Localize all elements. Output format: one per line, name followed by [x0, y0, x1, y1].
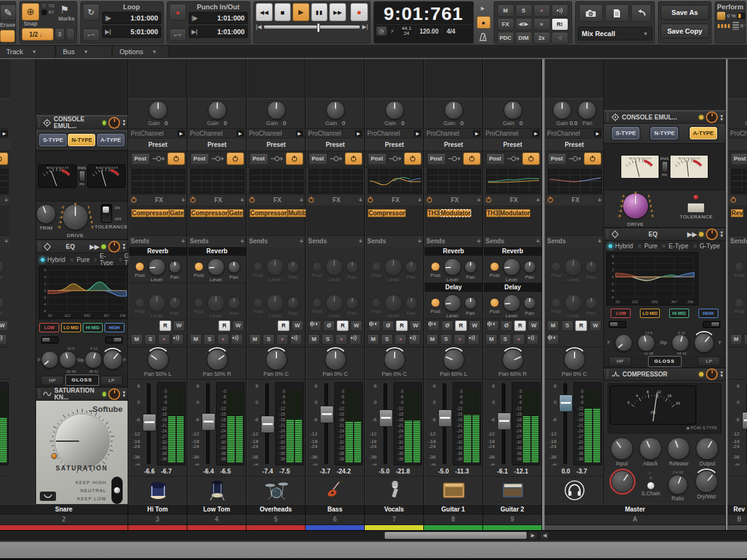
strip-vocals-phase-button[interactable]: Ø: [382, 320, 394, 331]
strip-overheads-read-automation-button[interactable]: R: [278, 320, 289, 331]
go-to-start-button[interactable]: |◀: [256, 24, 261, 30]
fx-power-icon[interactable]: [249, 197, 255, 203]
menu-bus[interactable]: Bus▼: [57, 46, 112, 57]
expand-arrow-icon[interactable]: ▶: [594, 130, 601, 137]
strip-master-send1-level-knob[interactable]: [565, 258, 582, 276]
strip-hi-tom-send2-pan-knob[interactable]: [169, 297, 181, 309]
strip-bass-read-automation-button[interactable]: R: [337, 320, 349, 331]
drag-grip[interactable]: [39, 118, 40, 127]
compressor-output-knob[interactable]: [696, 437, 718, 460]
drag-grip[interactable]: [39, 242, 41, 251]
master-eq-power-button[interactable]: [706, 228, 718, 240]
strip-hi-tom-send2-level-knob[interactable]: [148, 294, 166, 312]
strip-hi-tom-read-automation-button[interactable]: R: [159, 320, 171, 331]
strip-guitar-2-send2-post-led[interactable]: [490, 298, 499, 307]
strip-hi-tom-send2-pan[interactable]: Pan: [169, 294, 181, 316]
master-compressor-power-button[interactable]: [706, 368, 718, 380]
strip-master-send2-post[interactable]: Post: [551, 294, 561, 314]
expand-arrow-icon[interactable]: ▶: [355, 130, 362, 137]
punch-in-field[interactable]: |▶1:01:000: [189, 12, 248, 24]
strip-snare-send2-pan[interactable]: Pan: [0, 294, 4, 316]
strip-low-tom-gain-knob[interactable]: [208, 101, 227, 119]
master-console-emulator-rms-pk-switch[interactable]: RMSPK: [660, 157, 669, 177]
strip-hi-tom-send1-post-led[interactable]: [135, 262, 144, 271]
strip-bass-send1-post-led[interactable]: [312, 262, 322, 271]
strip-hi-tom-fader-handle[interactable]: [143, 414, 156, 431]
strip-hi-tom-fader-track[interactable]: [141, 381, 157, 467]
drag-grip[interactable]: [606, 113, 609, 122]
strip-low-tom-send1-pan[interactable]: Pan: [228, 258, 240, 280]
strip-hi-tom-preset-bar[interactable]: Preset: [129, 139, 187, 151]
track-name-hi-tom[interactable]: Hi Tom: [128, 504, 187, 514]
snare-console-emulator-drive-knob[interactable]: [62, 204, 88, 230]
strip-vocals-send1-post[interactable]: Post: [371, 258, 381, 278]
punch-select-button[interactable]: ⌐¬: [169, 29, 186, 41]
strip-guitar-1-m-button[interactable]: M: [426, 334, 438, 345]
strip-guitar-2-send2-level-knob[interactable]: [503, 294, 520, 312]
pause-button[interactable]: ▮▮: [311, 3, 328, 21]
strip-overheads-write-automation-button[interactable]: W: [291, 320, 303, 331]
master-eq-mode-e-type[interactable]: E-Type: [661, 243, 688, 250]
strip-hi-tom-arm-button[interactable]: ●: [158, 334, 170, 345]
strip-hi-tom-eq-thumbnail[interactable]: [129, 167, 187, 195]
drag-grip[interactable]: [606, 230, 609, 238]
compressor-release-knob[interactable]: [667, 437, 690, 460]
compressor-threshold-knob[interactable]: [611, 470, 634, 493]
record-all-button[interactable]: ●: [533, 4, 550, 17]
master-eq-mode-hybrid[interactable]: Hybrid: [608, 243, 633, 250]
snap-count-button[interactable]: 3: [55, 28, 65, 40]
master-eq-collapse-chevrons[interactable]: ▾▾: [720, 231, 723, 237]
master-eq-mode-g-type[interactable]: G-Type: [692, 243, 720, 250]
rewind-button[interactable]: ◀◀: [256, 3, 273, 21]
strip-master-interleave-button[interactable]: [547, 334, 559, 345]
strip-guitar-2-interleave-button[interactable]: [487, 320, 499, 331]
compressor-attack[interactable]: Attack: [639, 437, 662, 467]
strip-overheads-send1-post[interactable]: Post: [253, 258, 263, 278]
strip-snare-sends-add-button[interactable]: +: [4, 238, 8, 245]
r--all-button[interactable]: R!: [552, 18, 568, 30]
strip-guitar-1-fx-insert-th3[interactable]: TH3: [427, 209, 440, 217]
strip-vocals-fx-rack[interactable]: Compressor: [365, 205, 423, 236]
strip-hi-tom-send1-level-knob[interactable]: [148, 258, 166, 276]
master-eq-hp-freq-knob[interactable]: [615, 334, 632, 352]
snare-eq-mode-pure[interactable]: Pure: [69, 256, 90, 263]
strip-guitar-1-send2-post[interactable]: Post: [430, 294, 440, 314]
strip-vocals-pan-knob[interactable]: [384, 349, 405, 370]
s-all-button[interactable]: S: [515, 4, 532, 17]
strip-hi-tom-fx-rack[interactable]: CompressorGate: [129, 205, 187, 236]
strip-vocals-prochannel-bar[interactable]: ProChannel▶: [365, 129, 423, 139]
strip-vocals-send2-pan[interactable]: Pan: [405, 294, 418, 316]
snare-eq-hp-freq-knob[interactable]: [41, 351, 59, 368]
strip-guitar-2-input-routing-icon[interactable]: [507, 155, 520, 162]
solo-nav-button[interactable]: ◀S▶: [515, 18, 532, 30]
master-eq-high-slider[interactable]: [703, 321, 720, 328]
strip-guitar-2-write-automation-button[interactable]: W: [528, 320, 540, 331]
strip-rev-s-button[interactable]: S: [744, 334, 747, 345]
strip-master-read-automation-button[interactable]: R: [575, 320, 587, 331]
compressor-threshold[interactable]: [611, 470, 634, 502]
snare-eq-mode-hybrid[interactable]: Hybrid: [40, 256, 65, 263]
strip-low-tom-arm-button[interactable]: ●: [217, 334, 229, 345]
strip-overheads-send1-level[interactable]: Level: [266, 258, 284, 282]
compressor-release[interactable]: Release: [667, 437, 690, 467]
strip-bass-send2-level[interactable]: Level: [326, 294, 343, 319]
snare-console-emulator-a-type-button[interactable]: A-TYPE: [97, 134, 125, 146]
snare-eq-hp-button[interactable]: HP: [41, 376, 63, 385]
master-console-emulator-drive[interactable]: 0-1-2-3-4-512345DRIVE: [616, 193, 655, 227]
strip-hi-tom-prochannel-bar[interactable]: ProChannel▶: [129, 129, 187, 139]
strip-low-tom-send2-post-led[interactable]: [194, 298, 204, 307]
strip-overheads-post-button[interactable]: Post: [250, 153, 268, 165]
menu-track[interactable]: Track▼: [0, 46, 55, 57]
strip-master-send2-pan[interactable]: Pan: [585, 294, 598, 316]
strip-guitar-2-send2-pan[interactable]: Pan: [524, 294, 536, 316]
strip-low-tom-fader-track[interactable]: [200, 381, 216, 467]
strip-low-tom-send1-pan-knob[interactable]: [228, 261, 240, 273]
strip-guitar-1-send2-pan[interactable]: Pan: [464, 294, 477, 316]
strip-snare-send1-pan[interactable]: Pan: [0, 258, 4, 280]
strip-low-tom-send2-post[interactable]: Post: [194, 294, 204, 314]
strip-bass-fx-add-button[interactable]: +: [359, 197, 362, 203]
strip-low-tom-send1-post-led[interactable]: [194, 262, 204, 271]
loop-select-button[interactable]: ⌐¬: [83, 29, 100, 41]
compressor-ratio[interactable]: 2 4 10Ratio: [668, 470, 688, 502]
snare-console-emulator-trim-knob[interactable]: [36, 204, 56, 224]
